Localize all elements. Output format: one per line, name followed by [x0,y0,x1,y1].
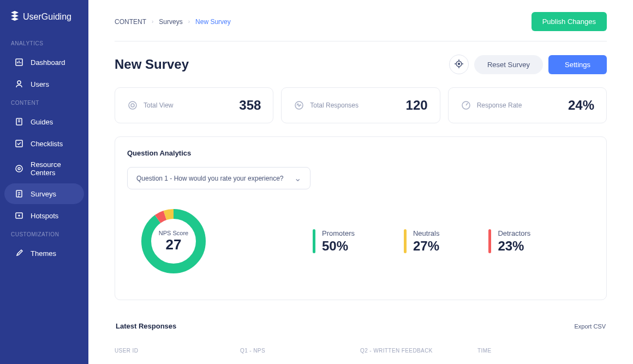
table-header: USER ID Q1 - NPS Q2 - WRITTEN FEEDBACK T… [115,341,607,360]
chart-bar-icon [14,57,24,67]
chevron-right-icon: › [152,19,153,25]
responses-title: Latest Responses [116,322,176,330]
segment-label: Detractors [498,229,530,237]
stat-label: Total View [144,102,173,109]
chevron-right-icon: › [188,19,190,25]
divider [115,41,607,41]
logo[interactable]: UserGuiding [0,11,88,36]
sidebar-item-checklists[interactable]: Checklists [4,133,84,154]
stat-total-view: Total View 358 [115,87,273,123]
nav-section-customization: CUSTOMIZATION [0,227,88,242]
question-selector[interactable]: Question 1 - How would you rate your exp… [127,167,310,189]
chevron-down-icon: ⌄ [294,173,301,183]
segment-label: Neutrals [413,229,439,237]
breadcrumb-item[interactable]: Surveys [159,18,182,26]
logo-text: UserGuiding [23,12,71,22]
sidebar-item-label: Themes [31,249,56,258]
crosshair-icon [454,59,464,70]
page-title: New Survey [115,57,189,72]
sidebar-item-label: Guides [31,118,53,126]
nav-section-content: CONTENT [0,96,88,110]
sidebar-item-label: Surveys [31,190,56,198]
table-col-q2: Q2 - WRITTEN FEEDBACK [360,348,477,354]
sidebar-item-surveys[interactable]: Surveys [4,183,84,204]
svg-point-10 [458,63,459,64]
svg-point-8 [19,215,20,216]
svg-point-1 [17,81,21,84]
svg-point-12 [131,104,134,107]
svg-point-4 [16,165,22,172]
nps-donut-chart: NPS Score 27 [138,206,209,277]
stat-total-responses: Total Responses 120 [281,87,440,123]
table-col-user: USER ID [115,348,240,354]
sidebar-item-users[interactable]: Users [4,74,84,94]
segment-label: Promoters [322,229,355,237]
target-button[interactable] [449,55,469,74]
sidebar-item-label: Checklists [31,140,63,148]
settings-button[interactable]: Settings [548,55,607,74]
stat-value: 358 [239,98,261,113]
sidebar-item-themes[interactable]: Themes [4,243,84,264]
reset-survey-button[interactable]: Reset Survey [474,55,543,74]
responses-header: Latest Responses Export CSV [115,322,607,330]
nps-label: NPS Score [159,230,188,236]
logo-icon [10,11,20,23]
publish-button[interactable]: Publish Changes [532,12,607,31]
segment-promoters: Promoters 50% [313,229,355,254]
eye-icon [127,100,138,111]
survey-icon [14,189,24,199]
page-header: New Survey Reset Survey Settings [115,55,607,74]
question-selector-text: Question 1 - How would you rate your exp… [136,175,283,182]
segment-bar [404,229,407,253]
resource-icon [14,164,24,174]
segment-detractors: Detractors 23% [488,229,530,254]
stat-value: 120 [406,98,428,113]
nav-section-analytics: ANALYTICS [0,36,88,51]
segment-value: 50% [322,238,355,254]
sidebar-item-hotspots[interactable]: Hotspots [4,205,84,226]
table-col-q1: Q1 - NPS [240,348,360,354]
brush-icon [14,248,24,258]
topbar: CONTENT › Surveys › New Survey Publish C… [115,0,607,41]
sidebar-item-label: Dashboard [31,58,65,67]
table-col-time: TIME [477,348,607,354]
hotspot-icon [14,211,24,220]
guide-icon [14,117,24,127]
svg-point-11 [129,102,136,109]
sidebar: UserGuiding ANALYTICS Dashboard Users CO… [0,0,88,364]
stats-row: Total View 358 Total Responses 120 Respo… [115,87,607,123]
segment-bar [488,229,491,253]
export-csv-link[interactable]: Export CSV [575,323,606,330]
gauge-icon [461,100,471,111]
segment-bar [313,229,315,253]
segment-value: 23% [498,238,530,254]
stat-response-rate: Response Rate 24% [448,87,607,123]
nps-value: 27 [159,236,188,253]
sidebar-item-guides[interactable]: Guides [4,111,84,132]
nps-segments: Promoters 50% Neutrals 27% Detractors [313,229,530,254]
table-row[interactable]: ID 2121 10 30 Nov 2021, 13:28 [115,360,607,364]
sidebar-item-label: Resource Centers [31,160,74,177]
header-actions: Reset Survey Settings [449,55,607,74]
main-content: CONTENT › Surveys › New Survey Publish C… [88,0,633,364]
stat-label: Response Rate [477,102,522,109]
checklist-icon [14,139,24,148]
stat-label: Total Responses [310,102,359,109]
sidebar-item-resource-centers[interactable]: Resource Centers [4,155,84,182]
segment-neutrals: Neutrals 27% [404,229,439,254]
sidebar-item-dashboard[interactable]: Dashboard [4,52,84,73]
sidebar-item-label: Hotspots [31,212,58,220]
user-icon [14,79,24,89]
sidebar-item-label: Users [31,80,49,88]
svg-point-5 [18,168,20,170]
question-analytics-card: Question Analytics Question 1 - How woul… [115,136,607,300]
breadcrumb-item[interactable]: CONTENT [115,18,146,26]
nps-row: NPS Score 27 Promoters 50% Neutrals [127,206,594,288]
breadcrumb: CONTENT › Surveys › New Survey [115,18,231,26]
breadcrumb-item-current: New Survey [195,18,231,26]
analytics-title: Question Analytics [127,149,594,157]
activity-icon [294,100,304,111]
segment-value: 27% [413,238,439,254]
stat-value: 24% [568,98,594,113]
